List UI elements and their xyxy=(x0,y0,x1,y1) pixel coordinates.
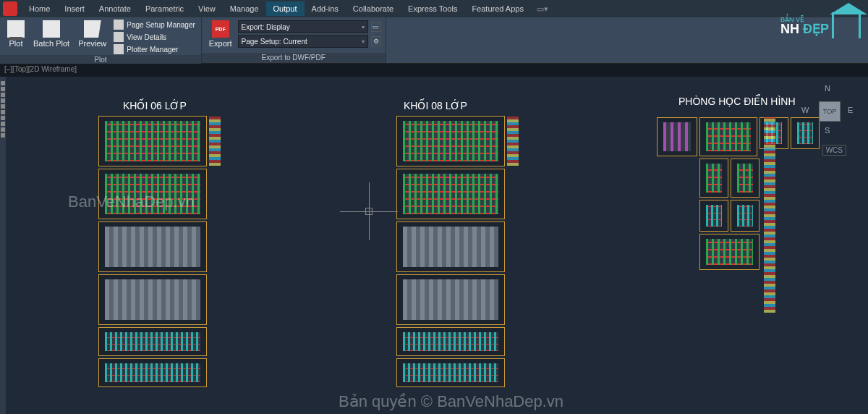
preview-button[interactable]: Preview xyxy=(75,19,109,55)
crosshair-pickbox xyxy=(365,208,373,215)
plot-label: Plot xyxy=(9,39,23,48)
floor-plan-tile[interactable] xyxy=(699,234,760,270)
plotter-manager-button[interactable]: Plotter Manager xyxy=(112,43,197,55)
plotter-manager-icon xyxy=(114,44,124,54)
plot-button[interactable]: Plot xyxy=(4,19,27,55)
page-setup-manager-button[interactable]: Page Setup Manager xyxy=(112,19,197,30)
section-title-khoi06: KHỐI 06 LỚP xyxy=(123,100,187,111)
brand-watermark-logo: BẢN VẼ NH ĐẸP xyxy=(767,7,861,43)
menu-annotate[interactable]: Annotate xyxy=(92,1,138,16)
batch-plot-button[interactable]: Batch Plot xyxy=(30,19,72,55)
export-label: Export xyxy=(209,39,232,48)
ribbon-panel-plot: Plot Batch Plot Preview Page Setup Manag… xyxy=(0,17,202,63)
floor-plan-tile[interactable] xyxy=(731,159,760,198)
ribbon-panel-export: PDF Export Export: Display ▾ ▭ Page Setu… xyxy=(202,17,386,63)
view-breadcrumb[interactable]: [–][Top][2D Wireframe] xyxy=(0,64,868,77)
floor-plan-tile[interactable] xyxy=(98,327,207,356)
menu-collaborate[interactable]: Collaborate xyxy=(346,1,401,16)
chevron-down-icon: ▾ xyxy=(362,38,365,45)
ribbon: Plot Batch Plot Preview Page Setup Manag… xyxy=(0,17,868,64)
viewcube-south[interactable]: S xyxy=(825,126,830,135)
export-pdf-icon: PDF xyxy=(212,20,229,38)
ribbon-search-icon[interactable]: ▭▾ xyxy=(537,4,548,14)
floor-plan-tile[interactable] xyxy=(98,116,207,166)
menu-parametric[interactable]: Parametric xyxy=(138,1,191,16)
watermark-copyright: Bản quyền © BanVeNhaDep.vn xyxy=(339,392,563,411)
floor-plan-tile[interactable] xyxy=(98,169,207,219)
plot-panel-title: Plot xyxy=(0,55,201,64)
floor-plan-tile[interactable] xyxy=(699,117,757,156)
viewcube-east[interactable]: E xyxy=(848,106,853,114)
floor-plan-tile[interactable] xyxy=(657,117,697,156)
section-title-phonghoc: PHÒNG HỌC ĐIỂN HÌNH xyxy=(678,96,796,107)
menu-addins[interactable]: Add-ins xyxy=(305,1,346,16)
export-scope-dropdown[interactable]: Export: Display ▾ xyxy=(238,20,368,33)
menu-bar: Home Insert Annotate Parametric View Man… xyxy=(0,0,868,17)
floor-plan-tile[interactable] xyxy=(396,116,505,166)
floor-plan-tile[interactable] xyxy=(396,358,505,387)
batch-plot-label: Batch Plot xyxy=(33,39,69,48)
plot-icon xyxy=(7,20,25,38)
floor-plan-tile[interactable] xyxy=(699,159,728,198)
batch-plot-icon xyxy=(43,20,60,38)
viewcube-top-face[interactable]: TOP xyxy=(819,101,841,122)
preview-icon xyxy=(84,20,101,38)
menu-manage[interactable]: Manage xyxy=(223,1,266,16)
menu-home[interactable]: Home xyxy=(22,1,57,16)
app-logo-icon xyxy=(3,1,17,16)
section-title-khoi08: KHỐI 08 LỚP xyxy=(404,100,467,111)
view-details-icon xyxy=(114,32,124,42)
model-space-viewport[interactable]: KHỐI 06 LỚP KHỐI 08 LỚP PHÒNG HỌC ĐIỂN H… xyxy=(6,77,868,414)
floor-plan-tile[interactable] xyxy=(731,200,760,232)
viewcube-west[interactable]: W xyxy=(801,106,809,114)
export-window-button[interactable]: ▭ xyxy=(371,22,381,32)
page-setup-options-button[interactable]: ⚙ xyxy=(371,36,381,46)
wcs-dropdown[interactable]: WCS xyxy=(822,145,846,156)
menu-output[interactable]: Output xyxy=(266,1,305,16)
floor-plan-tile[interactable] xyxy=(98,221,207,272)
floor-plan-tile[interactable] xyxy=(396,221,505,272)
drawing-column-khoi08 xyxy=(396,116,505,387)
floor-plan-tile[interactable] xyxy=(396,327,505,356)
page-setup-dropdown[interactable]: Page Setup: Current ▾ xyxy=(238,35,368,48)
floor-plan-tile[interactable] xyxy=(98,274,207,325)
floor-plan-tile[interactable] xyxy=(699,200,728,232)
menu-featured-apps[interactable]: Featured Apps xyxy=(464,1,531,16)
drawing-group-phonghoc xyxy=(657,117,820,270)
floor-plan-tile[interactable] xyxy=(396,169,505,219)
floor-plan-tile[interactable] xyxy=(396,274,505,325)
menu-insert[interactable]: Insert xyxy=(57,1,92,16)
view-details-button[interactable]: View Details xyxy=(112,31,197,43)
menu-express-tools[interactable]: Express Tools xyxy=(401,1,464,16)
page-setup-icon xyxy=(114,20,124,30)
export-button[interactable]: PDF Export xyxy=(206,19,235,53)
house-icon xyxy=(832,12,861,38)
export-panel-title: Export to DWF/PDF xyxy=(202,53,386,63)
menu-view[interactable]: View xyxy=(191,1,223,16)
preview-label: Preview xyxy=(78,39,106,48)
floor-plan-tile[interactable] xyxy=(98,358,207,387)
viewcube-north[interactable]: N xyxy=(825,84,830,93)
drawing-column-khoi06 xyxy=(98,116,207,387)
viewcube[interactable]: N W E S TOP xyxy=(800,83,858,140)
chevron-down-icon: ▾ xyxy=(362,24,365,30)
left-tool-palette[interactable] xyxy=(0,77,6,414)
